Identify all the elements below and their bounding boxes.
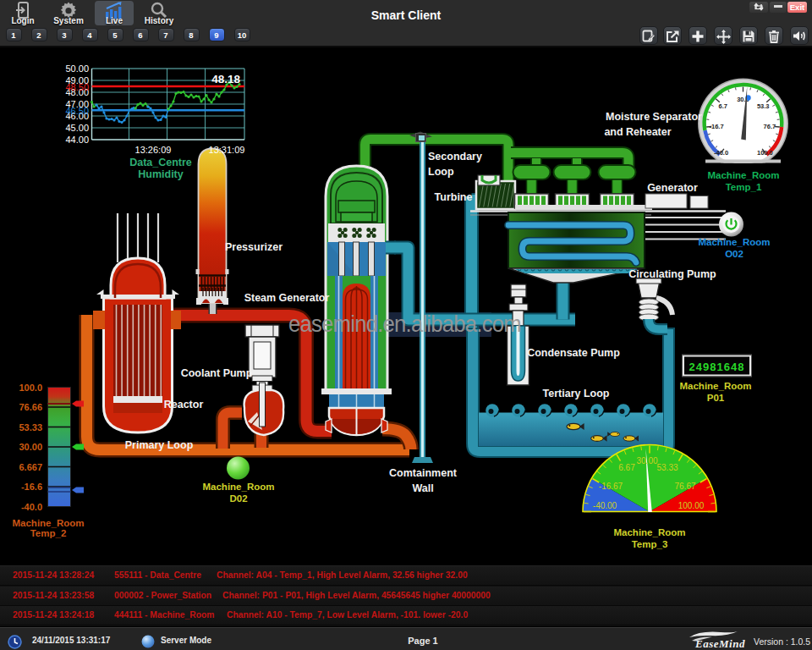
svg-text:76.7: 76.7 [764,123,776,130]
svg-text:53.3: 53.3 [757,102,770,110]
svg-text:100.0: 100.0 [757,149,773,157]
svg-text:-40.0: -40.0 [714,149,728,157]
svg-text:6.7: 6.7 [719,102,727,110]
